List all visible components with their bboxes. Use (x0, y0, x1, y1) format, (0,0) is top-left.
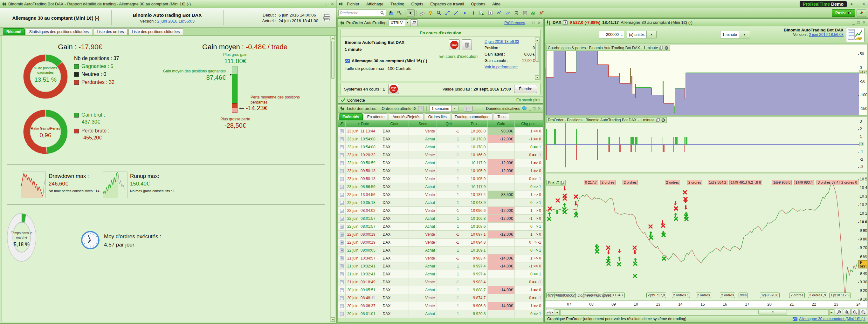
close-button[interactable]: ✕ (537, 106, 541, 110)
preferences-link[interactable]: Préférences (504, 21, 525, 25)
order-doc-icon[interactable] (338, 175, 345, 183)
dax-title-bar[interactable]: DAX i 9 527,0 (-7,88%) 18:41:17 Allemagn… (545, 19, 868, 26)
unit-select[interactable]: (x) unités▼ (627, 31, 657, 38)
menu-item-trading[interactable]: Trading (391, 2, 404, 6)
copy-icon[interactable] (656, 118, 660, 122)
order-doc-icon[interactable] (338, 135, 345, 143)
table-row[interactable]: 23 juin, 09:50:59DAXAchat110 117,9-12,00… (338, 159, 543, 167)
period-select[interactable]: 1 semaine▼ (429, 105, 459, 112)
order-badge-buy[interactable]: 2 ordres (789, 293, 804, 298)
table-row[interactable]: 21 juin, 08:18:49DAXVente-19 983,40 => -… (338, 278, 543, 286)
zigzag-tool-button[interactable] (495, 9, 503, 17)
chart-note-button[interactable] (478, 9, 486, 17)
order-doc-icon[interactable] (338, 143, 345, 151)
minimize-button[interactable]: _ (529, 106, 531, 110)
close-button[interactable]: ✕ (331, 2, 334, 6)
table-row[interactable]: 23 juin, 09:50:13DAXVente-110 105,9-12,0… (338, 167, 543, 175)
maximize-button[interactable]: □ (857, 20, 860, 25)
orders-title-bar[interactable]: Liste des ordres Ordres en attente :0 ✕ … (338, 104, 543, 113)
order-doc-icon[interactable] (338, 199, 345, 206)
zoom-in-button[interactable] (860, 309, 867, 316)
dax-version-link[interactable]: 2 juin 2016 18:56:03 (809, 32, 843, 37)
zoom-out-button[interactable] (851, 309, 859, 316)
order-badge-sell[interactable]: 2 ordres (687, 180, 702, 185)
orders-tab-trading-automatique[interactable]: Trading automatique (451, 114, 493, 120)
table-row[interactable]: 22 juin, 08:00:19DAXVente-110 097,1-12,0… (338, 231, 543, 238)
order-doc-icon[interactable] (338, 207, 345, 215)
menu-item-aide[interactable]: Aide (492, 2, 500, 6)
scroll-right-button[interactable]: ▶ (829, 310, 834, 315)
report-title-bar[interactable]: Binomio AutoTrading Bot DAX - Rapport dé… (0, 0, 336, 8)
order-badge-buy[interactable]: 2 ordres 1 (672, 293, 690, 298)
column-header-sens[interactable]: Sens (409, 120, 437, 127)
speech-bubble-icon[interactable] (522, 106, 527, 110)
order-badge-buy[interactable]: 1@10 117,9 (829, 293, 850, 298)
order-badge-sell[interactable]: 1@9 906,8 (772, 180, 792, 185)
tab-liste-des-positions-cl-tur-es[interactable]: Liste des positions clôturées (128, 28, 183, 35)
column-header-gain[interactable]: Gain (488, 120, 515, 127)
print-icon[interactable] (323, 14, 331, 22)
table-row[interactable]: 23 juin, 09:50:13DAXVente-110 105,90 => … (338, 175, 543, 183)
order-badge-sell[interactable]: 1@9 491,6 (730, 180, 749, 185)
menu-item-affichage[interactable]: Affichage (366, 2, 383, 6)
order-doc-icon[interactable] (338, 270, 345, 278)
column-header-date[interactable]: ⇧Date (345, 120, 381, 127)
table-row[interactable]: 22 juin, 08:00:19DAXVente-110 094,80 => … (338, 238, 543, 247)
table-row[interactable]: 22 juin, 08:00:05DAXAchat110 109,10 => 1 (338, 247, 543, 254)
performance-link[interactable]: Voir la performance (485, 65, 518, 69)
extend-button[interactable]: Étendre (514, 85, 537, 93)
table-row[interactable]: 22 juin, 10:05:18DAXAchat110 048,90 => 1 (338, 199, 543, 207)
report-shortcut-button[interactable] (846, 28, 865, 42)
table-row[interactable]: 21 juin, 10:34:57DAXVente-19 983,4-14,00… (338, 254, 543, 262)
stop-all-button[interactable]: STOPALL (388, 84, 399, 94)
order-doc-icon[interactable] (338, 262, 345, 270)
basket-button[interactable] (387, 9, 395, 17)
orders-tab-ex-cut-s[interactable]: Exécutés (339, 114, 363, 120)
cursor-button[interactable] (407, 9, 414, 17)
text-tool-button[interactable]: T (487, 9, 494, 17)
chart-settings-button[interactable] (835, 309, 842, 316)
table-row[interactable]: 22 juin, 08:04:02DAXVente-110 096,6-12,0… (338, 207, 543, 215)
table-row[interactable]: 23 juin, 10:54:08DAXAchat110 178,00 => 1 (338, 143, 543, 151)
order-doc-icon[interactable] (338, 247, 345, 254)
menu-item-options[interactable]: Options (471, 2, 485, 6)
refresh-push-button[interactable] (857, 9, 866, 17)
order-badge-sell[interactable]: 2 ordres (665, 180, 680, 185)
learn-more-link[interactable]: En savoir plus (516, 98, 540, 102)
order-doc-icon[interactable] (338, 294, 345, 302)
table-row[interactable]: 23 juin, 10:54:08DAXAchat110 178,0-12,00… (338, 135, 543, 143)
menu-item-fichier[interactable]: Fichier (347, 2, 359, 6)
table-row[interactable]: 21 juin, 10:32:41DAXAchat19 997,4-14,00€… (338, 262, 543, 270)
timeframe-select[interactable]: 1 minute▼ (720, 31, 750, 38)
column-header-code[interactable]: Code (381, 120, 409, 127)
formula-filter-button[interactable]: f ✕ (464, 106, 473, 111)
order-doc-icon[interactable] (338, 127, 345, 135)
systems-scrollbar[interactable]: ▲ ▼ (535, 37, 539, 80)
minimize-button[interactable]: _ (527, 21, 530, 25)
order-badge-sell[interactable]: 0 217,7 (584, 180, 598, 185)
order-doc-icon[interactable] (338, 238, 345, 246)
pending-orders-icon[interactable]: ✕ (418, 106, 424, 111)
order-doc-icon[interactable] (338, 183, 345, 191)
table-row[interactable]: 20 juin, 08:48:11DAXVente-19 874,70 => -… (338, 294, 543, 302)
order-doc-icon[interactable] (338, 231, 345, 238)
pin-icon[interactable]: ➤ (850, 2, 854, 6)
copy-icon[interactable] (659, 46, 663, 50)
trash-button[interactable] (521, 9, 529, 17)
table-row[interactable]: 20 juin, 08:01:01DAXAchat19 920,80 => 1 (338, 310, 543, 318)
table-row[interactable]: 22 juin, 08:01:57DAXAchat110 108,60 => 1 (338, 223, 543, 231)
minimize-app-button[interactable]: _ (857, 2, 859, 6)
info-icon[interactable]: i (563, 20, 567, 25)
alarm-bell-button[interactable] (427, 9, 434, 17)
table-row[interactable]: 23 juin, 08:56:59DAXAchat110 117,90 => 1 (338, 183, 543, 191)
equity-curve-pane[interactable]: 500-50-100-150-17,900Courbe gains & pert… (545, 44, 868, 116)
order-badge-buy[interactable]: 2@9 717,0 (646, 293, 666, 298)
price-pane[interactable]: 10 50010 40010 30010 20010 10010 0009 90… (545, 173, 868, 301)
close-button[interactable]: ✕ (862, 20, 866, 25)
tab-r-sum-[interactable]: Résumé (3, 28, 25, 35)
order-doc-icon[interactable] (338, 151, 345, 159)
orders-tab-ordres-li-s[interactable]: Ordres liés (425, 114, 450, 120)
order-badge-sell[interactable]: ,8 8 (754, 180, 762, 185)
tab-liste-des-ordres[interactable]: Liste des ordres (93, 28, 127, 35)
column-settings-icon[interactable] (338, 122, 345, 126)
